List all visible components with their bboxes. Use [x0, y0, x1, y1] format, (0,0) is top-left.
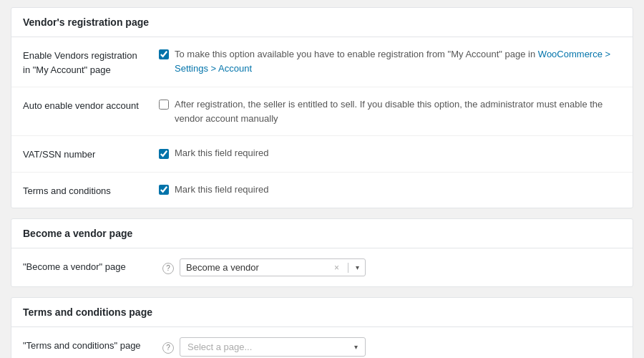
auto-enable-vendor-row: Auto enable vendor account After registr… [11, 87, 633, 136]
enable-vendors-control: To make this option available you have t… [159, 47, 621, 75]
terms-conditions-page-select[interactable]: Select a page... ▾ [180, 337, 366, 357]
vat-ssn-checkbox[interactable] [159, 149, 169, 159]
become-vendor-select[interactable]: Become a vendor × ▾ [180, 258, 366, 276]
terms-conditions-page-row: "Terms and conditions" page ? Select a p… [11, 327, 633, 358]
vendors-registration-title: Vendor's registration page [11, 8, 633, 37]
terms-conditions-row: Terms and conditions Mark this field req… [11, 173, 633, 208]
auto-enable-vendor-checkbox-wrap [159, 97, 169, 110]
enable-vendors-label: Enable Vendors registrationin "My Accoun… [23, 47, 159, 77]
terms-conditions-checkbox[interactable] [159, 185, 169, 195]
become-vendor-select-value: Become a vendor [186, 262, 328, 273]
become-vendor-page-control: ? Become a vendor × ▾ [159, 258, 621, 276]
enable-vendors-row: Enable Vendors registrationin "My Accoun… [11, 37, 633, 87]
enable-vendors-checkbox-wrap [159, 47, 169, 59]
vat-ssn-control: Mark this field required [159, 146, 621, 160]
terms-conditions-page-content: "Terms and conditions" page ? Select a p… [11, 327, 633, 358]
terms-conditions-label: Terms and conditions [23, 183, 159, 198]
terms-conditions-help-icon[interactable]: ? [162, 342, 174, 354]
page-wrapper: Vendor's registration page Enable Vendor… [0, 0, 644, 358]
enable-vendors-checkbox[interactable] [159, 49, 169, 59]
terms-conditions-page-label: "Terms and conditions" page [23, 337, 159, 353]
auto-enable-vendor-control: After registration, the seller is entitl… [159, 97, 621, 125]
terms-conditions-description: Mark this field required [175, 183, 269, 197]
become-vendor-clear-icon[interactable]: × [333, 263, 341, 273]
vat-ssn-row: VAT/SSN number Mark this field required [11, 136, 633, 173]
terms-conditions-placeholder: Select a page... [187, 342, 354, 352]
terms-conditions-arrow-icon[interactable]: ▾ [354, 343, 358, 351]
become-vendor-page-row: "Become a vendor" page ? Become a vendor… [11, 248, 633, 286]
become-vendor-title: Become a vendor page [11, 219, 633, 248]
select-divider [348, 263, 348, 273]
vat-ssn-description: Mark this field required [175, 146, 269, 160]
terms-conditions-control: Mark this field required [159, 183, 621, 197]
terms-conditions-page-title: Terms and conditions page [11, 298, 633, 327]
auto-enable-vendor-description: After registration, the seller is entitl… [175, 97, 621, 125]
vendors-registration-section: Vendor's registration page Enable Vendor… [11, 7, 633, 208]
become-vendor-arrow-icon[interactable]: ▾ [356, 263, 359, 271]
auto-enable-vendor-checkbox[interactable] [159, 100, 169, 110]
woocommerce-settings-link[interactable]: WooCommerce > Settings > Account [175, 49, 610, 74]
become-vendor-page-label: "Become a vendor" page [23, 258, 159, 274]
terms-conditions-page-section: Terms and conditions page "Terms and con… [11, 297, 633, 358]
become-vendor-section: Become a vendor page "Become a vendor" p… [11, 218, 633, 287]
terms-conditions-page-control: ? Select a page... ▾ [159, 337, 621, 357]
enable-vendors-description: To make this option available you have t… [175, 47, 621, 75]
vat-ssn-label: VAT/SSN number [23, 146, 159, 162]
become-vendor-content: "Become a vendor" page ? Become a vendor… [11, 248, 633, 286]
vendors-registration-content: Enable Vendors registrationin "My Accoun… [11, 37, 633, 208]
auto-enable-vendor-label: Auto enable vendor account [23, 97, 159, 113]
become-vendor-help-icon[interactable]: ? [162, 263, 174, 274]
